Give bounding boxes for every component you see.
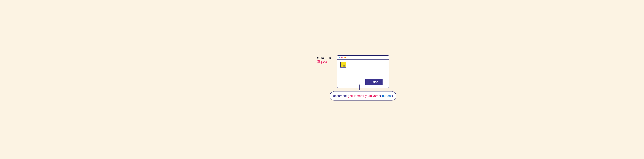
js-badge-text: JS (343, 65, 345, 67)
code-object: document (333, 94, 347, 98)
browser-content: JS Button (337, 60, 389, 88)
close-icon[interactable] (339, 57, 340, 58)
minimize-icon[interactable] (342, 57, 343, 58)
connector-line (359, 85, 360, 91)
js-badge: JS (340, 62, 346, 68)
code-close-paren: ) (392, 94, 393, 98)
scaler-topics-logo: SCALER Topics (317, 56, 332, 64)
content-lines (348, 62, 386, 73)
text-line (348, 62, 386, 63)
example-button[interactable]: Button (366, 79, 382, 85)
code-dot: . (347, 94, 348, 98)
code-snippet: document.getElementByTagName(“button”) (330, 91, 396, 100)
browser-window: JS Button (337, 56, 389, 88)
text-line (340, 71, 359, 71)
code-argument: “button” (381, 94, 392, 98)
text-line (348, 67, 386, 67)
code-method: getElementByTagName (348, 94, 380, 98)
text-line (348, 65, 386, 65)
maximize-icon[interactable] (344, 57, 346, 58)
code-open-paren: ( (380, 94, 381, 98)
browser-titlebar (337, 56, 389, 60)
